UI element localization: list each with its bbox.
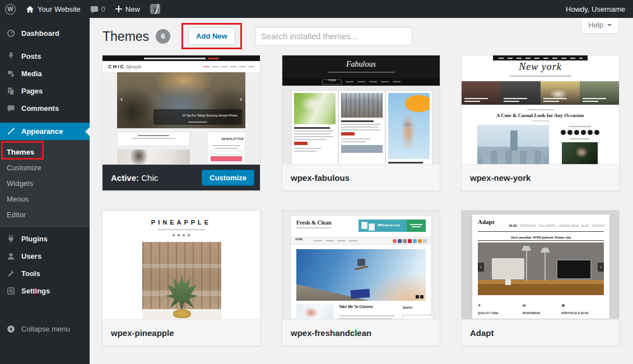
theme-name-bar: wpex-pineapple — [103, 319, 260, 346]
submenu-label: Menus — [7, 195, 29, 203]
black-monitor — [556, 259, 592, 279]
theme-preview-fabulous: Fabulous HOME — [282, 55, 440, 164]
slider-controls — [416, 295, 423, 298]
fabulous-nav: HOME — [282, 78, 440, 86]
post-photo — [388, 93, 430, 159]
freshandclean-nav: HOME — [291, 237, 431, 245]
search-themes-input[interactable] — [255, 27, 412, 45]
help-dropdown[interactable]: Help — [581, 18, 619, 34]
theme-card-new-york[interactable]: New york A Cute & Casual Look for Any Oc… — [461, 55, 620, 191]
sidebar-label: Plugins — [21, 235, 48, 243]
chic-logo: CHIC — [108, 64, 125, 69]
white-monitor — [492, 258, 525, 279]
star-icon: ★ — [478, 304, 481, 307]
theme-card-chic[interactable]: CHIC lifestyle ‹ › 10 Tips For Taking St… — [102, 55, 260, 191]
grid-icon: ▦ — [561, 304, 565, 307]
chic-logo-script: lifestyle — [126, 64, 142, 69]
site-name: Your Website — [38, 5, 81, 13]
page-header: Themes 6 Add New — [103, 27, 412, 45]
theme-name: wpex-fabulous — [291, 173, 350, 183]
sidebar-item-plugins[interactable]: Plugins — [0, 230, 90, 248]
adapt-hero-photo: ‹ › — [478, 242, 604, 295]
sidebar-item-comments[interactable]: Comments — [0, 100, 90, 117]
new-label: New — [125, 5, 140, 13]
chic-content-box — [117, 132, 190, 146]
settings-sliders-icon — [6, 287, 16, 295]
wordpress-logo-menu[interactable]: W — [0, 0, 21, 18]
theme-preview-new-york: New york A Cute & Casual Look for Any Oc… — [462, 55, 619, 164]
submenu-item-widgets[interactable]: Widgets — [0, 175, 90, 191]
sidebar-item-appearance[interactable]: Appearance — [0, 123, 90, 140]
adapt-features: ★QUALITY CODE ▤RESPONSIVE ▦PORTFOLIO & B… — [478, 298, 604, 319]
help-label: Help — [588, 21, 603, 29]
chic-hero-photo: ‹ › 10 Tips For Taking Stunning Lifestyl… — [117, 72, 245, 128]
pushpin-icon — [6, 52, 16, 60]
theme-card-freshandclean[interactable]: Fresh & Clean WPExplorer.com HOME — [282, 210, 440, 346]
theme-preview-pineapple: PINEAPPLE — [103, 211, 260, 319]
theme-preview-freshandclean: Fresh & Clean WPExplorer.com HOME — [282, 211, 440, 319]
new-content-menu[interactable]: New — [110, 0, 145, 18]
theme-name: wpex-freshandclean — [291, 328, 371, 338]
submenu-item-customize[interactable]: Customize — [0, 160, 90, 175]
sidebar-item-tools[interactable]: Tools — [0, 265, 90, 282]
slider-prev-icon: ‹ — [120, 96, 123, 102]
pineapple-logo: PINEAPPLE — [103, 219, 260, 226]
banner-text: WPExplorer.com — [378, 223, 400, 227]
comments-shortcut[interactable]: 0 — [86, 0, 110, 18]
theme-card-pineapple[interactable]: PINEAPPLE wpex-pineapple — [102, 210, 260, 346]
submenu-item-editor[interactable]: Editor — [0, 207, 90, 222]
fabulous-post-card — [385, 90, 432, 164]
dashboard-icon — [6, 29, 16, 38]
sidebar-label: Appearance — [21, 127, 63, 136]
submenu-label: Customize — [7, 164, 41, 172]
sidebar-item-settings[interactable]: Settings — [0, 282, 90, 300]
post-thumbnail — [296, 304, 333, 319]
desk-lamp — [544, 248, 546, 280]
chic-header: CHIC lifestyle — [103, 61, 260, 72]
add-new-button[interactable]: Add New — [188, 27, 235, 45]
read-more-chip — [294, 142, 308, 145]
sidebar-item-media[interactable]: Media — [0, 65, 90, 82]
theme-card-fabulous[interactable]: Fabulous HOME — [282, 55, 440, 191]
strip-photo — [541, 81, 580, 105]
howdy-account-menu[interactable]: Howdy, Username — [566, 5, 633, 13]
newyork-sidebar — [555, 125, 605, 164]
freshandclean-page: Fresh & Clean WPExplorer.com HOME — [290, 215, 432, 319]
collapse-menu-button[interactable]: Collapse menu — [0, 320, 90, 338]
freshandclean-search-widget: Search: — [403, 303, 434, 319]
user-icon — [6, 252, 16, 260]
fabulous-logo: Fabulous — [346, 60, 376, 68]
yoast-seo-menu[interactable]: y — [145, 0, 165, 18]
skater-figure — [357, 259, 365, 266]
themes-page: Help Themes 6 Add New CHIC lifestyle — [90, 18, 633, 364]
wordpress-logo-icon: W — [5, 4, 16, 15]
social-icons — [555, 130, 605, 135]
sidebar-label: Media — [21, 69, 42, 78]
theme-preview-chic: CHIC lifestyle ‹ › 10 Tips For Taking St… — [103, 55, 260, 164]
theme-preview-adapt: Adapt BLOG PORTFOLIO FULL WIDTH LANDING … — [462, 211, 619, 319]
device-icon: ▤ — [523, 304, 526, 307]
customize-button[interactable]: Customize — [202, 170, 254, 186]
freshandclean-ad-banner: WPExplorer.com — [359, 220, 426, 232]
sidebar-item-posts[interactable]: Posts — [0, 48, 90, 65]
chevron-down-icon — [607, 24, 612, 29]
submenu-label: Widgets — [7, 179, 33, 188]
chic-hero-caption: 10 Tips For Taking Stunning Lifestyle Ph… — [153, 109, 242, 125]
submenu-item-menus[interactable]: Menus — [0, 191, 90, 207]
chic-secondary-photo — [117, 150, 190, 164]
sidebar-item-dashboard[interactable]: Dashboard — [0, 25, 90, 42]
sidebar-label: Tools — [21, 269, 40, 278]
fabulous-post-card — [291, 90, 338, 164]
submenu-item-themes[interactable]: Themes — [0, 144, 90, 160]
sidebar-item-pages[interactable]: Pages — [0, 82, 90, 100]
active-theme-name: Active: Chic — [111, 173, 158, 183]
strip-photo — [501, 81, 540, 105]
social-icons — [393, 239, 427, 243]
plugin-icon — [6, 235, 16, 243]
theme-name: wpex-new-york — [470, 173, 530, 183]
site-name-link[interactable]: Your Website — [21, 0, 86, 18]
read-more-chip — [341, 132, 355, 136]
theme-card-adapt[interactable]: Adapt BLOG PORTFOLIO FULL WIDTH LANDING … — [461, 210, 620, 346]
sidebar-label: Settings — [21, 287, 50, 295]
sidebar-item-users[interactable]: Users — [0, 248, 90, 265]
